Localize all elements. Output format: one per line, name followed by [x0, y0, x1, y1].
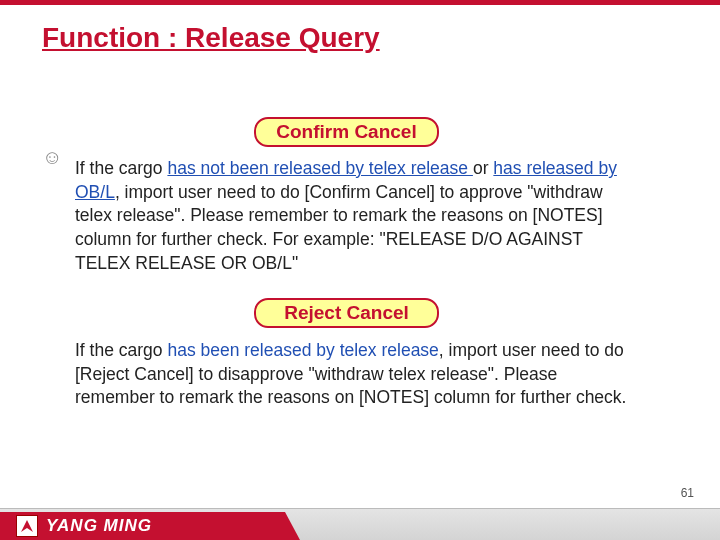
smiley-icon: ☺ [42, 146, 62, 169]
top-accent-bar [0, 0, 720, 5]
page-number: 61 [681, 486, 694, 500]
text: If the cargo [75, 340, 167, 360]
footer-red-tab: YANG MING [0, 512, 300, 540]
footer-bar: YANG MING [0, 508, 720, 540]
slide-title: Function : Release Query [42, 22, 380, 54]
svg-marker-0 [21, 520, 33, 532]
text: or [473, 158, 493, 178]
confirm-cancel-badge: Confirm Cancel [254, 117, 439, 147]
text-emph: has not been released by telex release [167, 158, 472, 178]
reject-cancel-paragraph: If the cargo has been released by telex … [75, 339, 635, 410]
confirm-cancel-paragraph: If the cargo has not been released by te… [75, 157, 635, 275]
brand-name: YANG MING [46, 516, 152, 536]
reject-cancel-badge: Reject Cancel [254, 298, 439, 328]
brand-logo-icon [16, 515, 38, 537]
slide: Function : Release Query ☺ Confirm Cance… [0, 0, 720, 540]
text: , import user need to do [Confirm Cancel… [75, 182, 603, 273]
text-emph: has been released by telex release [167, 340, 438, 360]
text: If the cargo [75, 158, 167, 178]
